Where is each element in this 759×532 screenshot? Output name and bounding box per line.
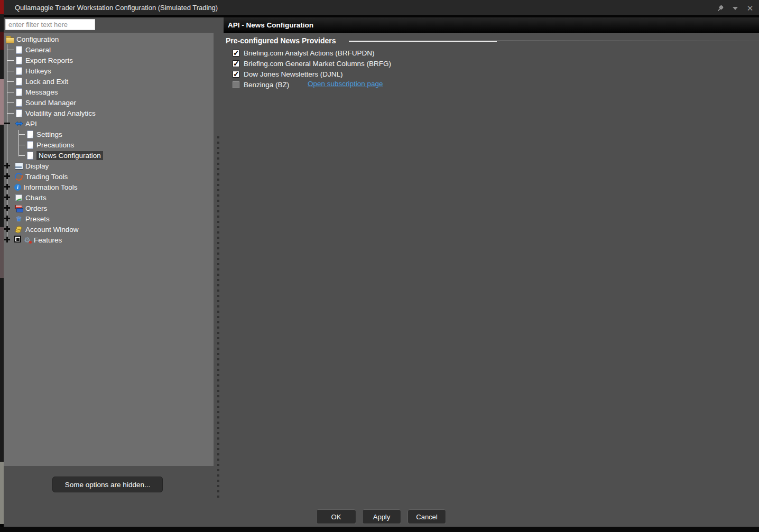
tree-connector-line [19, 145, 25, 145]
tree-item-label[interactable]: Hotkeys [25, 67, 51, 75]
main-panel-header: API - News Configuration [224, 17, 759, 33]
tree-item-volatility-and-analytics[interactable]: Volatility and Analytics [4, 108, 214, 118]
tree-item-label[interactable]: Charts [25, 194, 47, 202]
pin-icon[interactable] [716, 4, 725, 13]
edge-segment [0, 79, 4, 125]
folder-icon [5, 35, 16, 43]
provider-checkbox[interactable] [233, 60, 239, 67]
page-icon [14, 109, 25, 117]
tree-item-label[interactable]: Export Reports [25, 57, 73, 64]
tree-item-label[interactable]: Configuration [16, 35, 59, 43]
apply-button[interactable]: Apply [362, 509, 401, 524]
close-icon[interactable]: ✕ [745, 4, 755, 13]
tree-item-label[interactable]: Display [25, 162, 49, 170]
expand-icon[interactable] [4, 216, 10, 221]
tree-item-label[interactable]: Features [34, 236, 62, 244]
page-icon [14, 88, 25, 96]
page-icon [25, 141, 36, 149]
tree-item-trading-tools[interactable]: Trading Tools [4, 171, 214, 182]
provider-checkbox[interactable] [233, 81, 239, 88]
tree-item-messages[interactable]: Messages [4, 87, 214, 97]
section-rule [497, 41, 759, 41]
tree-item-charts[interactable]: Charts [4, 192, 214, 203]
tree-item-label[interactable]: Presets [25, 215, 50, 223]
tree-item-api[interactable]: API [4, 118, 214, 129]
expand-icon[interactable] [4, 173, 10, 179]
collapse-icon[interactable] [4, 120, 10, 126]
dropdown-arrow-icon[interactable] [730, 4, 740, 13]
provider-row-briefing-com-analyst-actions-brfupdn: Briefing.com Analyst Actions (BRFUPDN) [233, 48, 375, 58]
tree-item-settings[interactable]: Settings [4, 129, 214, 139]
window-title: Qullamaggie Trader Workstation Configura… [15, 4, 218, 12]
page-icon [14, 67, 25, 75]
tree-item-display[interactable]: Display [4, 161, 214, 171]
window-edge-strip [0, 0, 4, 532]
expand-icon[interactable] [4, 237, 10, 242]
provider-checkbox[interactable] [233, 71, 239, 78]
tree-item-configuration[interactable]: Configuration [4, 34, 214, 44]
expand-icon[interactable] [4, 163, 10, 169]
provider-label: Dow Jones Newsletters (DJNL) [244, 70, 343, 78]
tree-item-label[interactable]: API [25, 120, 37, 128]
page-icon [14, 56, 25, 64]
expand-icon[interactable] [4, 205, 10, 211]
tree-item-news-configuration[interactable]: News Configuration [4, 150, 214, 161]
tree-item-orders[interactable]: Orders [4, 203, 214, 213]
tree-item-hotkeys[interactable]: Hotkeys [4, 66, 214, 76]
tree-item-lock-and-exit[interactable]: Lock and Exit [4, 76, 214, 87]
trading-tools-icon [14, 172, 25, 181]
hidden-options-button[interactable]: Some options are hidden... [52, 477, 163, 492]
tree-item-label[interactable]: Information Tools [23, 183, 78, 191]
orders-icon [14, 204, 25, 212]
tree-item-label[interactable]: Messages [25, 88, 58, 96]
tree-item-general[interactable]: General [4, 44, 214, 55]
provider-label: Briefing.com Analyst Actions (BRFUPDN) [244, 49, 375, 57]
tree-item-features[interactable]: ⚙Features [4, 235, 214, 245]
tree-item-label[interactable]: Account Window [25, 226, 79, 234]
tree-item-label[interactable]: Orders [25, 204, 47, 212]
tree-connector-line [7, 102, 14, 103]
window-bottom-edge [0, 527, 759, 532]
tree-item-label[interactable]: Precautions [36, 141, 74, 149]
cancel-button[interactable]: Cancel [408, 509, 446, 524]
open-subscription-link[interactable]: Open subscription page [308, 80, 383, 88]
tree-item-account-window[interactable]: Account Window [4, 224, 214, 235]
tree-item-label[interactable]: Lock and Exit [25, 78, 68, 86]
tree-item-label[interactable]: Volatility and Analytics [25, 109, 96, 117]
tree-item-sound-manager[interactable]: Sound Manager [4, 97, 214, 108]
provider-row-benzinga-bz: Benzinga (BZ) [233, 79, 289, 90]
tree-item-information-tools[interactable]: iInformation Tools [4, 182, 214, 192]
tree-connector-line [7, 60, 14, 61]
presets-icon: ♛ [14, 214, 25, 223]
tree-connector-line [7, 50, 14, 50]
tree-item-label[interactable]: News Configuration [36, 151, 103, 160]
panel-splitter[interactable] [217, 136, 219, 498]
tree-item-presets[interactable]: ♛Presets [4, 213, 214, 224]
page-icon [14, 77, 25, 86]
tree-connector-line [7, 92, 14, 92]
provider-row-briefing-com-general-market-columns-brfg: Briefing.com General Market Columns (BRF… [233, 58, 391, 69]
provider-checkbox[interactable] [233, 50, 239, 57]
tree-connector-line [7, 113, 14, 114]
ok-button[interactable]: OK [316, 509, 356, 524]
tree-item-label[interactable]: Sound Manager [25, 99, 76, 107]
tree-connector-line [19, 155, 25, 156]
tree-item-label[interactable]: Trading Tools [25, 173, 68, 181]
tree-item-label[interactable]: Settings [36, 130, 62, 138]
section-title: Pre-configured News Providers [226, 36, 336, 45]
page-icon [14, 98, 25, 107]
page-icon [25, 151, 36, 160]
edge-segment [0, 0, 4, 14]
features-icon: ⚙ [14, 236, 34, 244]
expand-icon[interactable] [4, 184, 10, 190]
expand-icon[interactable] [4, 194, 10, 200]
tree-item-label[interactable]: General [25, 46, 51, 54]
provider-label: Benzinga (BZ) [244, 81, 289, 89]
tree-connector-line [7, 81, 14, 82]
tree-item-export-reports[interactable]: Export Reports [4, 55, 214, 66]
tree-item-precautions[interactable]: Precautions [4, 139, 214, 150]
filter-input[interactable] [5, 19, 95, 30]
expand-icon[interactable] [4, 226, 10, 232]
edge-segment [0, 227, 4, 278]
api-icon [14, 119, 25, 128]
